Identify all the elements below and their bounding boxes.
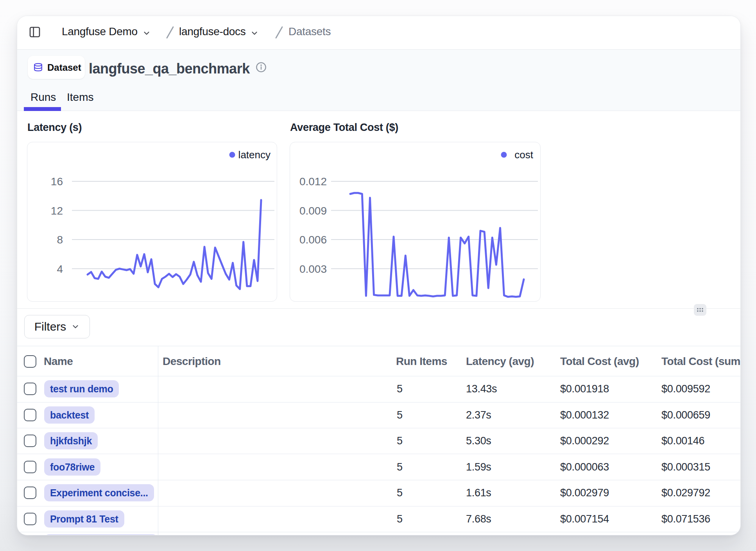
svg-text:0.006: 0.006 [299, 234, 327, 246]
svg-text:0.012: 0.012 [299, 175, 327, 188]
svg-text:12: 12 [51, 205, 63, 217]
svg-text:latency: latency [238, 149, 271, 161]
svg-text:16: 16 [51, 175, 63, 188]
svg-text:cost: cost [514, 149, 533, 161]
svg-text:0.009: 0.009 [299, 205, 327, 217]
svg-text:4: 4 [57, 263, 63, 275]
svg-text:0.003: 0.003 [299, 263, 327, 275]
svg-text:8: 8 [57, 234, 63, 246]
